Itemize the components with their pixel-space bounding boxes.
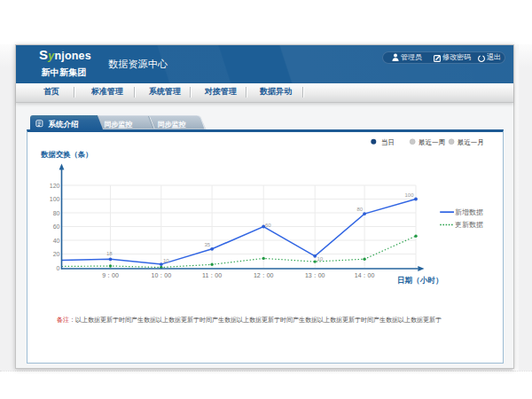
svg-text:13：00: 13：00 [305,272,325,278]
svg-text:60: 60 [265,223,271,228]
svg-text:同步监控: 同步监控 [104,121,132,129]
svg-text:备注：以上数据更新于时间产生数据以上数据更新于时间产生数据以: 备注：以上数据更新于时间产生数据以上数据更新于时间产生数据以上数据更新于时间产生… [57,316,442,324]
svg-text:20: 20 [53,251,60,257]
svg-text:100: 100 [50,196,60,202]
svg-text:11：00: 11：00 [202,272,222,278]
svg-text:日期（小时）: 日期（小时） [397,276,443,285]
svg-text:80: 80 [53,210,60,216]
svg-text:新增数据: 新增数据 [455,208,483,216]
svg-text:10: 10 [163,258,169,263]
svg-text:10：00: 10：00 [152,272,172,278]
svg-text:10: 10 [317,256,324,262]
svg-text:80: 80 [357,207,364,212]
svg-text:当日: 当日 [381,138,395,146]
svg-text:18: 18 [106,251,113,256]
svg-text:60: 60 [53,223,60,230]
svg-text:40: 40 [53,238,60,244]
svg-text:最近一月: 最近一月 [458,138,484,146]
svg-text:同步监控: 同步监控 [158,121,186,129]
svg-text:100: 100 [405,192,415,198]
svg-text:系统介绍: 系统介绍 [48,120,80,129]
svg-text:14：00: 14：00 [355,272,375,278]
svg-text:最近一周: 最近一周 [419,138,445,146]
svg-text:120: 120 [50,183,60,189]
svg-text:9：00: 9：00 [102,272,119,278]
svg-text:0: 0 [57,265,60,271]
svg-text:数据交换（条）: 数据交换（条） [40,150,92,159]
svg-text:35: 35 [205,242,211,247]
svg-text:12：00: 12：00 [254,272,274,278]
svg-text:更新数据: 更新数据 [455,221,483,229]
